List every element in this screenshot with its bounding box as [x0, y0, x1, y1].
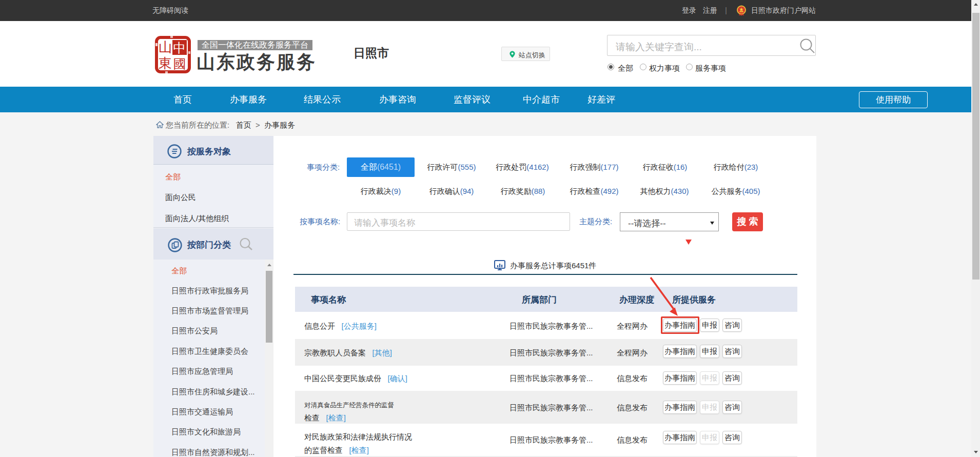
svg-text:東: 東: [159, 56, 172, 71]
svg-text:山: 山: [159, 40, 172, 55]
svg-text:國: 國: [173, 57, 186, 71]
svg-text:中: 中: [173, 41, 186, 55]
